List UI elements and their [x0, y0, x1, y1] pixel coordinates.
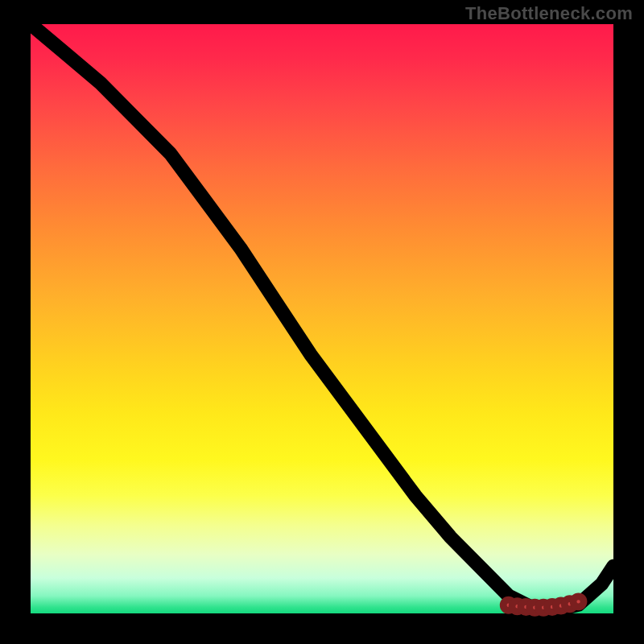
curve-line [31, 24, 613, 610]
plot-area [31, 24, 613, 613]
valley-markers [503, 597, 584, 613]
chart-frame: TheBottleneck.com [0, 0, 644, 644]
watermark-text: TheBottleneck.com [465, 3, 633, 24]
valley-dot [573, 597, 584, 607]
chart-svg [31, 24, 613, 613]
